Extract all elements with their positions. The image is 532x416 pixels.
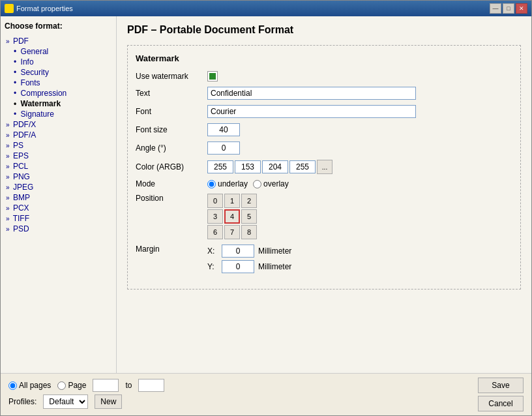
mode-radio-group: underlay overlay <box>207 179 289 188</box>
text-input[interactable] <box>207 87 416 100</box>
sidebar-item-watermark[interactable]: • Watermark <box>5 98 112 109</box>
sidebar-item-watermark-label: Watermark <box>21 99 61 108</box>
content-area: Choose format: » PDF • General • Info • … <box>1 16 531 373</box>
margin-y-input[interactable] <box>222 260 254 273</box>
margin-y-label: Y: <box>207 262 222 271</box>
angle-input[interactable] <box>207 141 240 155</box>
to-label: to <box>125 381 132 390</box>
position-3-button[interactable]: 3 <box>207 209 223 224</box>
bullet-icon-watermark: • <box>14 99 16 108</box>
font-size-row: Font size <box>136 123 512 136</box>
section-title: Watermark <box>136 53 512 63</box>
main-window: Format properties — □ ✕ Choose format: »… <box>0 0 532 416</box>
sidebar-item-pcl-label: PCL <box>13 162 28 171</box>
color-b-input[interactable] <box>289 160 316 173</box>
position-4-button[interactable]: 4 <box>224 209 240 224</box>
title-buttons: — □ ✕ <box>490 3 527 14</box>
sidebar-item-compression[interactable]: • Compression <box>5 88 112 98</box>
sidebar-item-general[interactable]: • General <box>5 46 112 57</box>
use-watermark-label: Use watermark <box>136 72 207 81</box>
sidebar-item-security-label: Security <box>21 68 49 77</box>
sidebar-item-info-label: Info <box>21 57 34 67</box>
margin-x-input[interactable] <box>222 245 254 258</box>
text-label: Text <box>136 89 207 98</box>
arrow-icon-tiff: » <box>6 215 10 222</box>
arrow-icon-eps: » <box>6 153 10 160</box>
close-button[interactable]: ✕ <box>516 3 527 14</box>
margin-x-row: X: Millimeter <box>207 245 291 258</box>
all-pages-label: All pages <box>19 381 51 390</box>
color-a-input[interactable] <box>207 160 233 173</box>
sidebar-item-fonts[interactable]: • Fonts <box>5 78 112 88</box>
page-radio[interactable] <box>57 381 66 390</box>
sidebar-item-pdf[interactable]: » PDF <box>5 36 112 46</box>
cancel-button[interactable]: Cancel <box>478 396 524 411</box>
footer-left: All pages Page to Profiles: Default New <box>8 379 164 411</box>
use-watermark-row: Use watermark <box>136 71 512 82</box>
use-watermark-checkbox[interactable] <box>207 71 218 82</box>
mode-overlay-option[interactable]: overlay <box>253 179 289 188</box>
footer-right: Save Cancel <box>478 378 524 411</box>
sidebar-item-pcl[interactable]: » PCL <box>5 161 112 171</box>
sidebar-item-bmp[interactable]: » BMP <box>5 192 112 203</box>
mode-overlay-radio[interactable] <box>253 180 261 188</box>
page-to-input[interactable] <box>138 379 164 392</box>
sidebar-item-pdfx[interactable]: » PDF/X <box>5 119 112 130</box>
title-bar-left: Format properties <box>5 4 73 13</box>
bullet-icon-security: • <box>14 68 16 77</box>
sidebar-item-security[interactable]: • Security <box>5 67 112 78</box>
font-input[interactable] <box>207 105 416 118</box>
window-icon <box>5 4 14 13</box>
new-button[interactable]: New <box>95 394 122 409</box>
sidebar-item-pcx[interactable]: » PCX <box>5 203 112 213</box>
position-7-button[interactable]: 7 <box>224 225 240 239</box>
save-button[interactable]: Save <box>478 378 524 393</box>
color-inputs: ... <box>207 160 332 174</box>
sidebar-item-psd[interactable]: » PSD <box>5 224 112 234</box>
profiles-select[interactable]: Default <box>43 394 88 409</box>
page-from-input[interactable] <box>93 379 119 392</box>
position-8-button[interactable]: 8 <box>241 225 257 239</box>
all-pages-option[interactable]: All pages <box>8 381 51 390</box>
sidebar-item-tiff[interactable]: » TIFF <box>5 213 112 224</box>
position-0-button[interactable]: 0 <box>207 194 223 208</box>
font-row: Font <box>136 105 512 118</box>
angle-row: Angle (°) <box>136 141 512 155</box>
color-row: Color (ARGB) ... <box>136 160 512 174</box>
maximize-button[interactable]: □ <box>503 3 514 14</box>
sidebar-item-eps[interactable]: » EPS <box>5 151 112 161</box>
arrow-icon-pcl: » <box>6 163 10 170</box>
sidebar-item-fonts-label: Fonts <box>21 78 40 87</box>
position-6-button[interactable]: 6 <box>207 225 223 239</box>
mode-row: Mode underlay overlay <box>136 179 512 188</box>
arrow-icon-jpeg: » <box>6 184 10 191</box>
arrow-icon-bmp: » <box>6 194 10 201</box>
page-label: Page <box>68 381 86 390</box>
color-g-input[interactable] <box>262 160 288 173</box>
color-picker-button[interactable]: ... <box>317 160 332 174</box>
bullet-icon: • <box>14 47 16 56</box>
sidebar-item-signature-label: Signature <box>21 110 54 119</box>
text-row: Text <box>136 87 512 100</box>
sidebar-item-pdfa[interactable]: » PDF/A <box>5 130 112 140</box>
position-1-button[interactable]: 1 <box>224 194 240 208</box>
minimize-button[interactable]: — <box>490 3 501 14</box>
sidebar-item-signature[interactable]: • Signature <box>5 109 112 119</box>
sidebar-item-jpeg[interactable]: » JPEG <box>5 182 112 192</box>
position-2-button[interactable]: 2 <box>241 194 257 208</box>
bullet-icon-info: • <box>14 57 16 67</box>
arrow-icon: » <box>6 38 10 45</box>
position-5-button[interactable]: 5 <box>241 209 257 224</box>
sidebar-item-png[interactable]: » PNG <box>5 171 112 182</box>
mode-underlay-option[interactable]: underlay <box>207 179 248 188</box>
sidebar-item-psd-label: PSD <box>13 224 29 233</box>
position-grid: 0 1 2 3 4 5 6 7 8 <box>207 194 257 239</box>
mode-underlay-radio[interactable] <box>207 180 216 188</box>
sidebar-item-ps[interactable]: » PS <box>5 140 112 151</box>
page-option[interactable]: Page <box>57 381 86 390</box>
sidebar-item-info[interactable]: • Info <box>5 57 112 67</box>
font-size-input[interactable] <box>207 123 240 136</box>
arrow-icon-png: » <box>6 173 10 181</box>
color-r-input[interactable] <box>235 160 261 173</box>
all-pages-radio[interactable] <box>8 381 17 390</box>
